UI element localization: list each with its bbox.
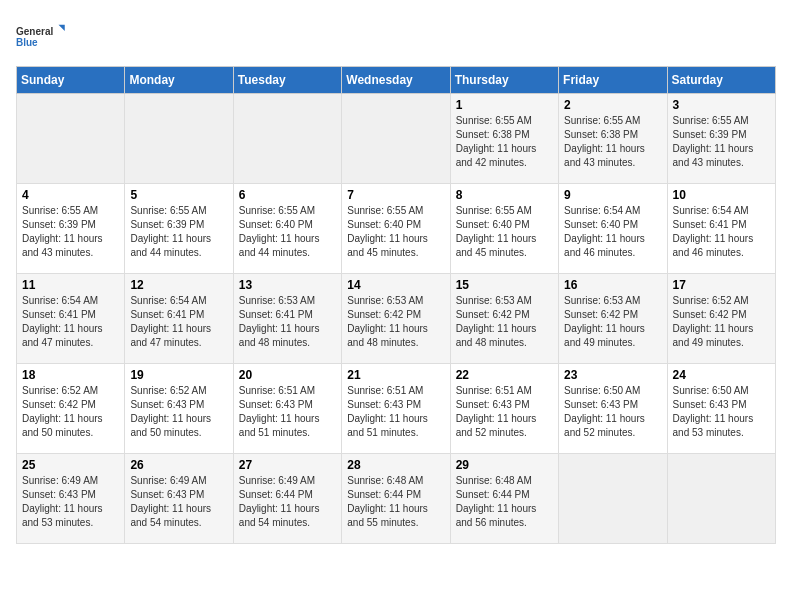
day-number: 19 bbox=[130, 368, 227, 382]
calendar-cell: 28Sunrise: 6:48 AM Sunset: 6:44 PM Dayli… bbox=[342, 454, 450, 544]
calendar-cell: 14Sunrise: 6:53 AM Sunset: 6:42 PM Dayli… bbox=[342, 274, 450, 364]
calendar-table: SundayMondayTuesdayWednesdayThursdayFrid… bbox=[16, 66, 776, 544]
day-info: Sunrise: 6:54 AM Sunset: 6:41 PM Dayligh… bbox=[673, 204, 770, 260]
calendar-cell: 22Sunrise: 6:51 AM Sunset: 6:43 PM Dayli… bbox=[450, 364, 558, 454]
day-info: Sunrise: 6:53 AM Sunset: 6:41 PM Dayligh… bbox=[239, 294, 336, 350]
svg-text:General: General bbox=[16, 26, 53, 37]
day-number: 23 bbox=[564, 368, 661, 382]
day-info: Sunrise: 6:50 AM Sunset: 6:43 PM Dayligh… bbox=[673, 384, 770, 440]
day-number: 22 bbox=[456, 368, 553, 382]
calendar-cell bbox=[125, 94, 233, 184]
calendar-cell: 10Sunrise: 6:54 AM Sunset: 6:41 PM Dayli… bbox=[667, 184, 775, 274]
calendar-cell: 7Sunrise: 6:55 AM Sunset: 6:40 PM Daylig… bbox=[342, 184, 450, 274]
day-number: 8 bbox=[456, 188, 553, 202]
day-info: Sunrise: 6:51 AM Sunset: 6:43 PM Dayligh… bbox=[239, 384, 336, 440]
day-info: Sunrise: 6:48 AM Sunset: 6:44 PM Dayligh… bbox=[347, 474, 444, 530]
day-header: Saturday bbox=[667, 67, 775, 94]
day-number: 14 bbox=[347, 278, 444, 292]
day-number: 4 bbox=[22, 188, 119, 202]
day-number: 27 bbox=[239, 458, 336, 472]
day-header: Thursday bbox=[450, 67, 558, 94]
calendar-cell: 26Sunrise: 6:49 AM Sunset: 6:43 PM Dayli… bbox=[125, 454, 233, 544]
calendar-cell: 23Sunrise: 6:50 AM Sunset: 6:43 PM Dayli… bbox=[559, 364, 667, 454]
logo: General Blue bbox=[16, 16, 66, 56]
calendar-week-row: 25Sunrise: 6:49 AM Sunset: 6:43 PM Dayli… bbox=[17, 454, 776, 544]
day-header: Tuesday bbox=[233, 67, 341, 94]
day-info: Sunrise: 6:55 AM Sunset: 6:38 PM Dayligh… bbox=[564, 114, 661, 170]
day-header: Monday bbox=[125, 67, 233, 94]
calendar-cell: 3Sunrise: 6:55 AM Sunset: 6:39 PM Daylig… bbox=[667, 94, 775, 184]
calendar-cell bbox=[559, 454, 667, 544]
day-info: Sunrise: 6:55 AM Sunset: 6:40 PM Dayligh… bbox=[347, 204, 444, 260]
day-info: Sunrise: 6:51 AM Sunset: 6:43 PM Dayligh… bbox=[347, 384, 444, 440]
calendar-cell: 9Sunrise: 6:54 AM Sunset: 6:40 PM Daylig… bbox=[559, 184, 667, 274]
calendar-cell: 13Sunrise: 6:53 AM Sunset: 6:41 PM Dayli… bbox=[233, 274, 341, 364]
calendar-cell: 21Sunrise: 6:51 AM Sunset: 6:43 PM Dayli… bbox=[342, 364, 450, 454]
svg-text:Blue: Blue bbox=[16, 37, 38, 48]
calendar-cell: 4Sunrise: 6:55 AM Sunset: 6:39 PM Daylig… bbox=[17, 184, 125, 274]
calendar-cell bbox=[667, 454, 775, 544]
day-info: Sunrise: 6:52 AM Sunset: 6:43 PM Dayligh… bbox=[130, 384, 227, 440]
day-info: Sunrise: 6:53 AM Sunset: 6:42 PM Dayligh… bbox=[564, 294, 661, 350]
day-number: 12 bbox=[130, 278, 227, 292]
day-number: 20 bbox=[239, 368, 336, 382]
day-info: Sunrise: 6:49 AM Sunset: 6:43 PM Dayligh… bbox=[22, 474, 119, 530]
day-info: Sunrise: 6:50 AM Sunset: 6:43 PM Dayligh… bbox=[564, 384, 661, 440]
day-number: 2 bbox=[564, 98, 661, 112]
day-info: Sunrise: 6:51 AM Sunset: 6:43 PM Dayligh… bbox=[456, 384, 553, 440]
day-info: Sunrise: 6:55 AM Sunset: 6:40 PM Dayligh… bbox=[239, 204, 336, 260]
day-number: 26 bbox=[130, 458, 227, 472]
calendar-cell: 1Sunrise: 6:55 AM Sunset: 6:38 PM Daylig… bbox=[450, 94, 558, 184]
day-header: Friday bbox=[559, 67, 667, 94]
day-info: Sunrise: 6:55 AM Sunset: 6:39 PM Dayligh… bbox=[673, 114, 770, 170]
calendar-cell: 29Sunrise: 6:48 AM Sunset: 6:44 PM Dayli… bbox=[450, 454, 558, 544]
day-number: 29 bbox=[456, 458, 553, 472]
day-info: Sunrise: 6:55 AM Sunset: 6:39 PM Dayligh… bbox=[130, 204, 227, 260]
calendar-cell: 19Sunrise: 6:52 AM Sunset: 6:43 PM Dayli… bbox=[125, 364, 233, 454]
day-number: 7 bbox=[347, 188, 444, 202]
calendar-cell bbox=[233, 94, 341, 184]
calendar-cell bbox=[17, 94, 125, 184]
day-number: 28 bbox=[347, 458, 444, 472]
day-number: 5 bbox=[130, 188, 227, 202]
day-info: Sunrise: 6:49 AM Sunset: 6:44 PM Dayligh… bbox=[239, 474, 336, 530]
header: General Blue bbox=[16, 16, 776, 56]
day-number: 10 bbox=[673, 188, 770, 202]
calendar-week-row: 1Sunrise: 6:55 AM Sunset: 6:38 PM Daylig… bbox=[17, 94, 776, 184]
calendar-cell: 8Sunrise: 6:55 AM Sunset: 6:40 PM Daylig… bbox=[450, 184, 558, 274]
calendar-cell: 20Sunrise: 6:51 AM Sunset: 6:43 PM Dayli… bbox=[233, 364, 341, 454]
calendar-cell: 6Sunrise: 6:55 AM Sunset: 6:40 PM Daylig… bbox=[233, 184, 341, 274]
day-number: 21 bbox=[347, 368, 444, 382]
day-number: 25 bbox=[22, 458, 119, 472]
calendar-cell: 27Sunrise: 6:49 AM Sunset: 6:44 PM Dayli… bbox=[233, 454, 341, 544]
logo-svg: General Blue bbox=[16, 16, 66, 56]
day-number: 11 bbox=[22, 278, 119, 292]
day-number: 18 bbox=[22, 368, 119, 382]
day-number: 9 bbox=[564, 188, 661, 202]
calendar-cell: 24Sunrise: 6:50 AM Sunset: 6:43 PM Dayli… bbox=[667, 364, 775, 454]
calendar-cell bbox=[342, 94, 450, 184]
calendar-header-row: SundayMondayTuesdayWednesdayThursdayFrid… bbox=[17, 67, 776, 94]
day-number: 17 bbox=[673, 278, 770, 292]
calendar-week-row: 11Sunrise: 6:54 AM Sunset: 6:41 PM Dayli… bbox=[17, 274, 776, 364]
day-info: Sunrise: 6:52 AM Sunset: 6:42 PM Dayligh… bbox=[22, 384, 119, 440]
day-info: Sunrise: 6:54 AM Sunset: 6:41 PM Dayligh… bbox=[22, 294, 119, 350]
day-number: 1 bbox=[456, 98, 553, 112]
calendar-cell: 17Sunrise: 6:52 AM Sunset: 6:42 PM Dayli… bbox=[667, 274, 775, 364]
calendar-week-row: 18Sunrise: 6:52 AM Sunset: 6:42 PM Dayli… bbox=[17, 364, 776, 454]
calendar-week-row: 4Sunrise: 6:55 AM Sunset: 6:39 PM Daylig… bbox=[17, 184, 776, 274]
day-info: Sunrise: 6:55 AM Sunset: 6:39 PM Dayligh… bbox=[22, 204, 119, 260]
day-header: Sunday bbox=[17, 67, 125, 94]
day-info: Sunrise: 6:53 AM Sunset: 6:42 PM Dayligh… bbox=[456, 294, 553, 350]
calendar-cell: 25Sunrise: 6:49 AM Sunset: 6:43 PM Dayli… bbox=[17, 454, 125, 544]
svg-marker-1 bbox=[59, 25, 65, 31]
day-number: 6 bbox=[239, 188, 336, 202]
calendar-cell: 12Sunrise: 6:54 AM Sunset: 6:41 PM Dayli… bbox=[125, 274, 233, 364]
day-number: 3 bbox=[673, 98, 770, 112]
calendar-cell: 16Sunrise: 6:53 AM Sunset: 6:42 PM Dayli… bbox=[559, 274, 667, 364]
day-info: Sunrise: 6:48 AM Sunset: 6:44 PM Dayligh… bbox=[456, 474, 553, 530]
day-number: 24 bbox=[673, 368, 770, 382]
calendar-cell: 11Sunrise: 6:54 AM Sunset: 6:41 PM Dayli… bbox=[17, 274, 125, 364]
day-number: 13 bbox=[239, 278, 336, 292]
calendar-cell: 15Sunrise: 6:53 AM Sunset: 6:42 PM Dayli… bbox=[450, 274, 558, 364]
